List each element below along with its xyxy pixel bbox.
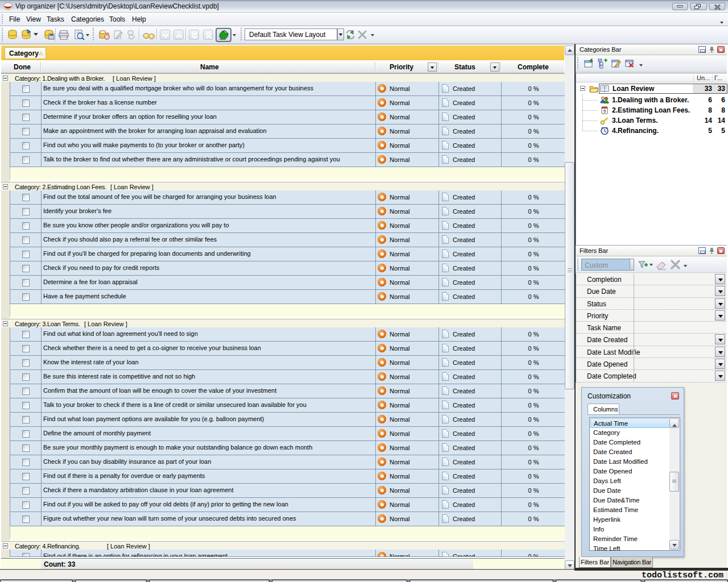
svg-text:5: 5 [603, 109, 606, 113]
